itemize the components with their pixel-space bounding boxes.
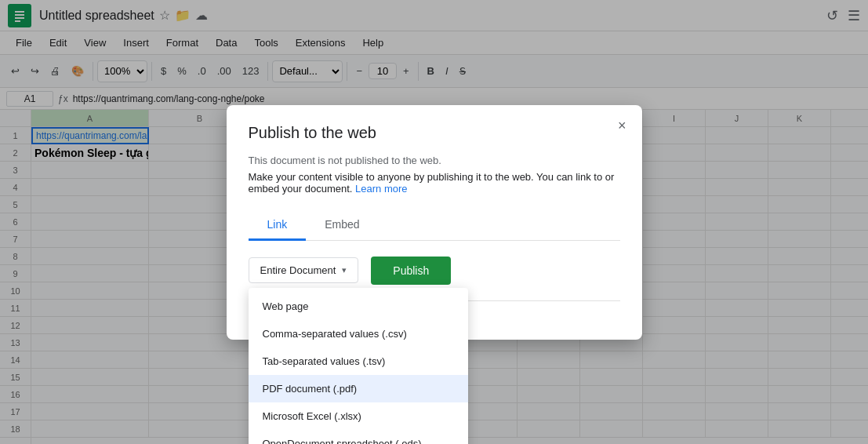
format-dropdown: Web page Comma-separated values (.csv) T… [249,288,468,445]
modal-controls-row: Entire Document Publish Web page Comma-s… [249,257,620,285]
modal-status-text: This document is not published to the we… [249,155,620,166]
format-option-ods[interactable]: OpenDocument spreadsheet (.ods) [249,430,468,445]
format-option-xlsx[interactable]: Microsoft Excel (.xlsx) [249,402,468,430]
format-option-csv[interactable]: Comma-separated values (.csv) [249,320,468,348]
modal-description: Make your content visible to anyone by p… [249,171,620,195]
modal-title: Publish to the web [249,124,620,142]
format-option-webpage[interactable]: Web page [249,293,468,320]
tab-embed[interactable]: Embed [306,210,378,241]
modal-close-button[interactable]: × [618,118,626,134]
document-scope-dropdown[interactable]: Entire Document [249,257,359,283]
format-option-pdf[interactable]: PDF document (.pdf) [249,375,468,402]
tab-bar: Link Embed [249,210,620,241]
modal-overlay: Publish to the web × This document is no… [0,0,868,444]
publish-button[interactable]: Publish [371,257,451,285]
publish-modal: Publish to the web × This document is no… [227,105,642,340]
tab-link[interactable]: Link [249,210,307,241]
learn-more-link[interactable]: Learn more [355,183,407,195]
format-option-tsv[interactable]: Tab-separated values (.tsv) [249,348,468,375]
